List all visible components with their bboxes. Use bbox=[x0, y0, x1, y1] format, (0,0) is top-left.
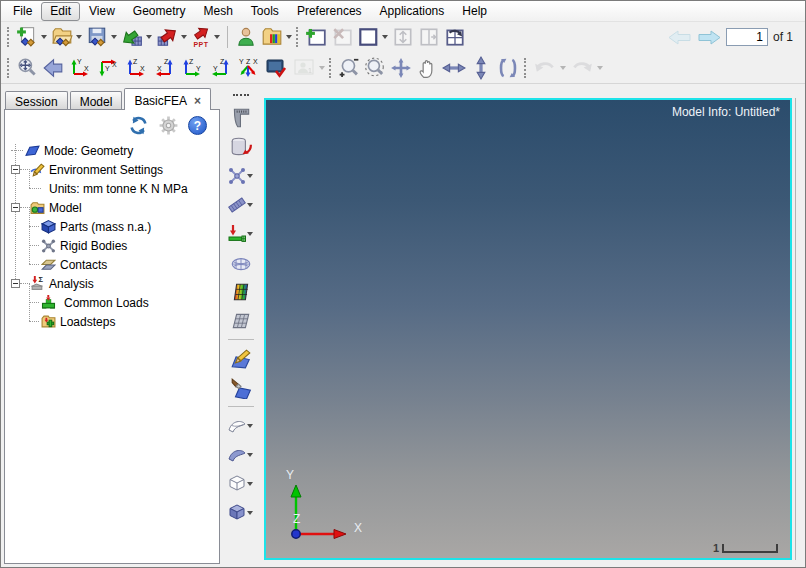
contour-plate-button[interactable] bbox=[223, 278, 259, 305]
database-assign-button[interactable] bbox=[223, 133, 259, 160]
toolbar-drag-handle[interactable] bbox=[233, 94, 249, 96]
graphics-viewport[interactable]: Model Info: Untitled* Y X Z 1 bbox=[264, 98, 792, 560]
menu-preferences[interactable]: Preferences bbox=[288, 2, 371, 21]
toolbar-grip[interactable] bbox=[7, 58, 9, 78]
view-front-button[interactable]: YX bbox=[66, 55, 94, 81]
surface-solid-dropdown-arrow[interactable] bbox=[247, 453, 253, 457]
spin-view-button[interactable] bbox=[494, 55, 522, 81]
loads-dropdown-arrow[interactable] bbox=[247, 232, 253, 236]
user-profile-button[interactable] bbox=[233, 24, 259, 50]
right-splitter[interactable] bbox=[795, 98, 804, 560]
save-model-button[interactable] bbox=[84, 24, 110, 50]
measure-button[interactable] bbox=[223, 104, 259, 131]
tree-item-mode[interactable]: Mode: Geometry bbox=[5, 141, 219, 160]
zoom-dynamic-button[interactable] bbox=[336, 55, 362, 81]
tree-item-rigid-bodies[interactable]: Rigid Bodies bbox=[5, 236, 219, 255]
connector-button[interactable] bbox=[223, 162, 259, 189]
tree-item-analysis[interactable]: Σ Analysis bbox=[5, 274, 219, 293]
view-iso-button[interactable]: YZX bbox=[234, 55, 262, 81]
view-left-button[interactable]: ZX bbox=[122, 55, 150, 81]
menu-tools[interactable]: Tools bbox=[242, 2, 288, 21]
toolbar-grip[interactable] bbox=[524, 58, 526, 78]
previous-view-button[interactable] bbox=[40, 55, 66, 81]
tree-item-units[interactable]: Units: mm tonne K N MPa bbox=[5, 179, 219, 198]
toolbar-grip[interactable] bbox=[296, 27, 298, 47]
zoom-area-button[interactable] bbox=[362, 55, 388, 81]
rigid-plate-dropdown-arrow[interactable] bbox=[247, 203, 253, 207]
surface-wireframe-button[interactable] bbox=[223, 412, 259, 439]
tree-item-contacts[interactable]: Contacts bbox=[5, 255, 219, 274]
surface-solid-button[interactable] bbox=[223, 441, 259, 468]
rigid-plate-button[interactable] bbox=[223, 191, 259, 218]
view-top-button[interactable]: ZY bbox=[178, 55, 206, 81]
cube-wireframe-dropdown-arrow[interactable] bbox=[247, 482, 253, 486]
collapse-toggle[interactable] bbox=[11, 165, 20, 174]
fit-view-button[interactable] bbox=[14, 55, 40, 81]
tab-close-icon[interactable]: × bbox=[194, 96, 201, 106]
new-model-button[interactable] bbox=[14, 24, 40, 50]
page-layout-dropdown-arrow[interactable] bbox=[382, 35, 388, 39]
tree-item-model[interactable]: Model bbox=[5, 198, 219, 217]
translate-view-button[interactable] bbox=[388, 55, 414, 81]
export-button[interactable] bbox=[154, 24, 180, 50]
surface-wireframe-dropdown-arrow[interactable] bbox=[247, 424, 253, 428]
tree-item-common-loads[interactable]: Common Loads bbox=[5, 293, 219, 312]
toolbar-separator bbox=[227, 26, 228, 48]
save-model-dropdown-arrow[interactable] bbox=[111, 35, 117, 39]
refresh-icon[interactable] bbox=[128, 115, 149, 136]
svg-text:X: X bbox=[84, 65, 89, 72]
edit-geometry-button[interactable] bbox=[223, 345, 259, 372]
export-ppt-button[interactable]: PPT bbox=[189, 24, 213, 50]
organize-dropdown-arrow[interactable] bbox=[286, 35, 292, 39]
tab-session[interactable]: Session bbox=[5, 91, 68, 110]
page-layout-button[interactable] bbox=[355, 24, 381, 50]
menu-edit[interactable]: Edit bbox=[41, 2, 80, 21]
view-bottom-button[interactable]: YZ bbox=[206, 55, 234, 81]
menu-applications[interactable]: Applications bbox=[371, 2, 454, 21]
previous-page-icon[interactable] bbox=[668, 30, 692, 45]
add-page-button[interactable] bbox=[303, 24, 329, 50]
mesh-plate-button[interactable] bbox=[223, 307, 259, 334]
view-right-button[interactable]: XZ bbox=[150, 55, 178, 81]
import-button[interactable] bbox=[119, 24, 145, 50]
open-model-dropdown-arrow[interactable] bbox=[76, 35, 82, 39]
menu-view[interactable]: View bbox=[80, 2, 124, 21]
tree-item-parts[interactable]: Parts (mass n.a.) bbox=[5, 217, 219, 236]
swap-pages-button[interactable] bbox=[442, 24, 468, 50]
rotate-vertical-button[interactable] bbox=[468, 55, 494, 81]
organize-library-button[interactable] bbox=[259, 24, 285, 50]
redo-icon bbox=[570, 57, 594, 79]
user-view-button[interactable] bbox=[262, 55, 290, 81]
tree-item-environment-settings[interactable]: Environment Settings bbox=[5, 160, 219, 179]
tree-item-loadsteps[interactable]: Loadsteps bbox=[5, 312, 219, 331]
open-model-button[interactable] bbox=[49, 24, 75, 50]
tab-model[interactable]: Model bbox=[70, 91, 123, 110]
rotate-horizontal-button[interactable] bbox=[440, 55, 468, 81]
tab-basicfea[interactable]: BasicFEA × bbox=[124, 88, 211, 110]
cube-solid-dropdown-arrow[interactable] bbox=[247, 511, 253, 515]
page-number-input[interactable] bbox=[726, 28, 768, 46]
connector-dropdown-arrow[interactable] bbox=[247, 174, 253, 178]
collapse-toggle[interactable] bbox=[11, 279, 20, 288]
export-ppt-dropdown-arrow[interactable] bbox=[214, 35, 220, 39]
menu-help[interactable]: Help bbox=[453, 2, 496, 21]
cube-wireframe-button[interactable] bbox=[223, 470, 259, 497]
mesh-blob-button[interactable] bbox=[223, 249, 259, 276]
toolbar-grip[interactable] bbox=[329, 58, 331, 78]
view-back-button[interactable]: YX bbox=[94, 55, 122, 81]
paint-flag-button[interactable] bbox=[223, 374, 259, 401]
gear-icon[interactable] bbox=[158, 115, 179, 136]
help-icon[interactable]: ? bbox=[188, 116, 207, 135]
collapse-toggle[interactable] bbox=[11, 203, 20, 212]
cube-solid-button[interactable] bbox=[223, 499, 259, 526]
loads-button[interactable] bbox=[223, 220, 259, 247]
next-page-icon[interactable] bbox=[697, 30, 721, 45]
menu-geometry[interactable]: Geometry bbox=[124, 2, 195, 21]
menu-file[interactable]: File bbox=[4, 2, 41, 21]
new-model-dropdown-arrow[interactable] bbox=[41, 35, 47, 39]
menu-mesh[interactable]: Mesh bbox=[195, 2, 242, 21]
import-dropdown-arrow[interactable] bbox=[146, 35, 152, 39]
pan-view-button[interactable] bbox=[414, 55, 440, 81]
export-dropdown-arrow[interactable] bbox=[181, 35, 187, 39]
toolbar-grip[interactable] bbox=[7, 27, 9, 47]
